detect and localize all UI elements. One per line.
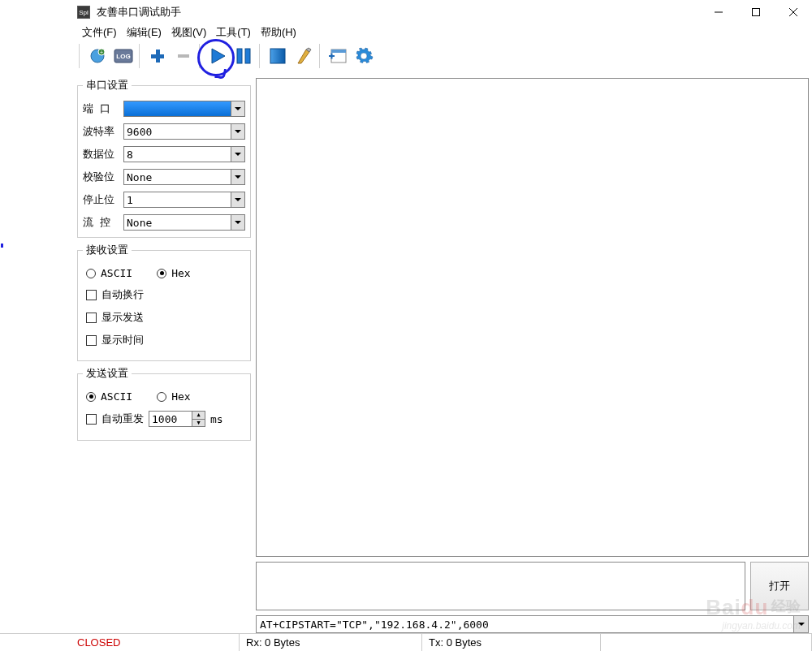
tool-brush-icon[interactable] — [292, 44, 316, 68]
flow-combo[interactable]: None — [123, 214, 245, 231]
tx-ascii-radio[interactable]: ASCII — [86, 390, 132, 403]
status-rx: Rx: 0 Bytes — [240, 634, 422, 651]
receive-settings-group: 接收设置 ASCII Hex 自动换行 显示发送 显示时间 — [77, 243, 251, 361]
receive-textarea[interactable] — [256, 78, 809, 557]
app-icon: Spl — [77, 6, 90, 19]
chevron-down-icon[interactable] — [794, 615, 809, 633]
right-panel: 打开 — [251, 71, 812, 633]
tool-play-icon[interactable] — [205, 44, 230, 68]
status-tx: Tx: 0 Bytes — [422, 634, 601, 651]
data-combo[interactable]: 8 — [123, 146, 245, 162]
rx-hex-radio[interactable]: Hex — [157, 267, 190, 279]
show-time-check[interactable]: 显示时间 — [83, 331, 245, 349]
menu-help[interactable]: 帮助(H) — [256, 24, 301, 41]
interval-spinner[interactable]: ▲▼ — [149, 411, 205, 427]
tool-stop-icon[interactable] — [266, 44, 290, 68]
send-settings-group: 发送设置 ASCII Hex 自动重发 ▲▼ ms — [77, 366, 251, 441]
annotation-dot — [1, 244, 3, 248]
tool-window-plus-icon[interactable] — [326, 44, 350, 68]
auto-resend-check[interactable] — [86, 414, 97, 425]
tool-minus-icon[interactable] — [171, 44, 196, 68]
port-combo[interactable] — [123, 101, 245, 117]
status-empty — [601, 634, 812, 651]
auto-wrap-check[interactable]: 自动换行 — [83, 286, 245, 304]
status-closed: CLOSED — [0, 634, 240, 651]
menu-file[interactable]: 文件(F) — [77, 24, 122, 41]
data-label: 数据位 — [83, 147, 119, 162]
stop-label: 停止位 — [83, 192, 119, 207]
window-title: 友善串口调试助手 — [97, 5, 700, 19]
ms-label: ms — [210, 413, 223, 425]
minimize-button[interactable] — [700, 0, 737, 24]
serial-settings-group: 串口设置 端 口 波特率 9600 数据位 8 校验位 None 停止位 1 — [77, 78, 251, 238]
tool-pause-icon[interactable] — [231, 44, 256, 68]
svg-text:+: + — [100, 50, 103, 55]
tool-plus-icon[interactable] — [145, 44, 170, 68]
titlebar: Spl 友善串口调试助手 — [0, 0, 812, 24]
tool-globe-icon[interactable]: + — [85, 44, 110, 68]
baud-label: 波特率 — [83, 124, 119, 139]
port-label: 端 口 — [83, 101, 119, 116]
flow-label: 流 控 — [83, 215, 119, 230]
serial-settings-legend: 串口设置 — [83, 78, 132, 93]
send-settings-legend: 发送设置 — [83, 366, 132, 381]
menubar: 文件(F) 编辑(E) 视图(V) 工具(T) 帮助(H) — [0, 24, 812, 41]
rx-ascii-radio[interactable]: ASCII — [86, 267, 132, 279]
svg-rect-13 — [237, 49, 242, 63]
open-button[interactable]: 打开 — [750, 562, 809, 610]
svg-rect-11 — [178, 54, 189, 58]
left-panel: 串口设置 端 口 波特率 9600 数据位 8 校验位 None 停止位 1 — [77, 71, 251, 633]
tx-hex-radio[interactable]: Hex — [157, 390, 190, 403]
statusbar: CLOSED Rx: 0 Bytes Tx: 0 Bytes — [0, 633, 812, 651]
stop-combo[interactable]: 1 — [123, 192, 245, 208]
svg-rect-21 — [331, 54, 333, 59]
svg-rect-10 — [151, 54, 164, 58]
maximize-button[interactable] — [737, 0, 775, 24]
svg-marker-12 — [212, 49, 225, 63]
show-send-check[interactable]: 显示发送 — [83, 308, 245, 326]
toolbar: + LOG — [0, 41, 812, 71]
parity-label: 校验位 — [83, 170, 119, 184]
svg-rect-14 — [245, 49, 250, 63]
svg-text:LOG: LOG — [116, 53, 130, 60]
menu-view[interactable]: 视图(V) — [166, 24, 211, 41]
tool-log-icon[interactable]: LOG — [111, 44, 136, 68]
send-textarea[interactable] — [256, 562, 745, 610]
command-combo[interactable] — [256, 615, 809, 633]
auto-resend-label: 自动重发 — [102, 412, 144, 426]
menu-tools[interactable]: 工具(T) — [211, 24, 256, 41]
svg-rect-19 — [331, 50, 346, 53]
baud-combo[interactable]: 9600 — [123, 123, 245, 140]
close-button[interactable] — [775, 0, 812, 24]
parity-combo[interactable]: None — [123, 169, 245, 185]
svg-rect-15 — [270, 49, 285, 63]
svg-rect-1 — [753, 9, 760, 16]
receive-settings-legend: 接收设置 — [83, 243, 132, 257]
svg-marker-16 — [298, 50, 309, 63]
menu-edit[interactable]: 编辑(E) — [122, 24, 166, 41]
tool-gear-icon[interactable] — [352, 44, 376, 68]
